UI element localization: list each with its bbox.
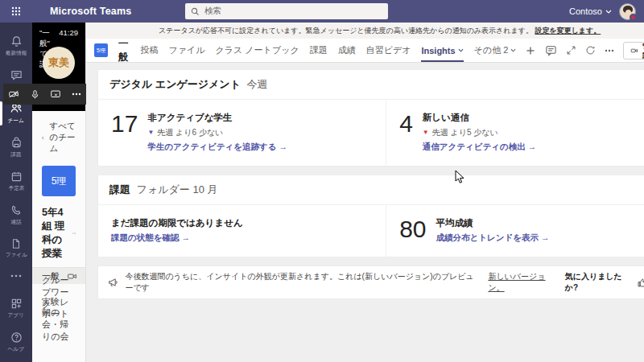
tab-self-study-video[interactable]: 自習ビデオ xyxy=(366,44,411,56)
bell-icon xyxy=(10,35,23,47)
meeting-mini-window[interactable]: "一般" で会議中 41:29 東美 xyxy=(32,23,85,111)
expand-tab-icon[interactable] xyxy=(566,45,576,56)
rail-item-activity[interactable]: 最新情報 xyxy=(0,29,32,63)
rail-item-calendar[interactable]: 予定表 xyxy=(0,164,32,198)
tab-posts[interactable]: 投稿 xyxy=(141,44,159,56)
rail-item-help[interactable]: ヘルプ xyxy=(0,325,32,359)
tab-more-icon[interactable] xyxy=(605,49,614,52)
new-communications-value: 4 xyxy=(399,112,413,153)
search-input[interactable]: 検索 xyxy=(185,3,388,19)
section-subtitle: 今週 xyxy=(247,78,268,90)
banner-text: ステータスが応答不可に設定されています。緊急メッセージと優先度の高い連絡先からの… xyxy=(159,27,533,35)
tab-more[interactable]: その他 2 xyxy=(474,44,517,56)
new-communications-card: 4 新しい通信 ▼ 先週 より5 少ない 通信アクティビティの検出 → xyxy=(386,100,644,166)
tab-class-notebook[interactable]: クラス ノートブック xyxy=(216,44,299,56)
search-icon xyxy=(191,7,200,16)
insights-content: デジタル エンゲージメント 今週 17 非アクティブな学生 ▼ 先週 より6 少… xyxy=(86,63,644,362)
thumbs-up-icon[interactable] xyxy=(637,278,644,288)
app-rail: 最新情報 チャット チーム 課題 予定表 xyxy=(0,23,32,362)
preview-note: 今後数週間のうちに、インサイトの外観が更新されます。これは(新しいバージョン)の… xyxy=(125,271,481,294)
dnd-status-banner: ステータスが応答不可に設定されています。緊急メッセージと優先度の高い連絡先からの… xyxy=(86,23,644,39)
rail-item-apps[interactable]: アプリ xyxy=(0,291,32,325)
rail-item-calls[interactable]: 通話 xyxy=(0,198,32,232)
tab-grades[interactable]: 成績 xyxy=(338,44,356,56)
channel-morning-meeting[interactable]: 朝の会・帰りの会 xyxy=(32,316,85,332)
dnd-presence-dot xyxy=(630,14,637,21)
tenant-switcher[interactable]: Contoso xyxy=(569,6,612,16)
plus-icon xyxy=(526,47,535,55)
channel-title: 一般 xyxy=(118,37,129,64)
channel-conversation-icon[interactable] xyxy=(545,44,557,56)
file-icon xyxy=(10,238,22,249)
tab-insights[interactable]: Insights xyxy=(421,46,463,56)
check-assignment-status-link[interactable]: 課題の状態を確認 → xyxy=(111,232,243,244)
average-grade-card: 80 平均成績 成績分布とトレンドを表示 → xyxy=(386,205,644,257)
digital-engagement-section: デジタル エンゲージメント 今週 17 非アクティブな学生 ▼ 先週 より6 少… xyxy=(97,69,644,167)
track-student-activity-link[interactable]: 学生のアクティビティを追跡する → xyxy=(147,142,287,153)
chevron-down-icon xyxy=(510,48,516,52)
back-to-all-teams[interactable]: すべてのチーム xyxy=(32,111,85,158)
microphone-button[interactable] xyxy=(24,84,45,105)
teams-side-panel: "一般" で会議中 41:29 東美 xyxy=(32,23,86,362)
team-more-icon[interactable] xyxy=(72,232,76,235)
rail-item-assignments[interactable]: 課題 xyxy=(0,130,32,164)
trend-down-icon: ▼ xyxy=(147,130,154,136)
show-grade-distribution-link[interactable]: 成績分布とトレンドを表示 → xyxy=(436,232,550,244)
insights-preview-footer: 今後数週間のうちに、インサイトの外観が更新されます。これは(新しいバージョン)の… xyxy=(97,265,644,299)
app-title: Microsoft Teams xyxy=(50,6,131,17)
trend-down-icon: ▼ xyxy=(423,130,429,136)
call-more-icon[interactable] xyxy=(66,84,87,105)
new-version-link[interactable]: 新しいバージョン。 xyxy=(488,271,558,294)
search-placeholder: 検索 xyxy=(204,6,221,17)
camera-icon xyxy=(630,45,638,56)
refresh-icon[interactable] xyxy=(585,45,596,56)
tab-files[interactable]: ファイル xyxy=(169,44,205,56)
channel-tab-bar: 5理 一般 投稿 ファイル クラス ノートブック 課題 成績 自習ビデオ Ins… xyxy=(86,39,644,63)
user-avatar[interactable] xyxy=(619,3,636,20)
no-due-assignments-card: まだ課題の期限ではありません 課題の状態を確認 → xyxy=(98,205,386,257)
section-subtitle: フォルダー 10 月 xyxy=(137,183,218,195)
apps-icon xyxy=(10,298,23,310)
assignments-section: 課題 フォルダー 10 月 まだ課題の期限ではありません 課題の状態を確認 → … xyxy=(97,175,644,257)
backpack-icon xyxy=(10,137,23,149)
calendar-icon xyxy=(10,171,23,183)
chat-icon xyxy=(10,69,23,81)
top-bar: Microsoft Teams 検索 Contoso xyxy=(0,0,644,23)
detect-communication-activity-link[interactable]: 通信アクティビティの検出 → xyxy=(423,142,536,153)
rail-more-icon[interactable] xyxy=(0,265,32,286)
section-title: 課題 xyxy=(109,183,130,195)
meet-now-split-button: 会議 xyxy=(623,42,644,60)
main-area: ステータスが応答不可に設定されています。緊急メッセージと優先度の高い連絡先からの… xyxy=(86,23,644,362)
waffle-menu-icon[interactable] xyxy=(0,0,32,23)
meeting-participant-avatar: 東美 xyxy=(43,47,75,79)
camera-off-button[interactable] xyxy=(3,84,24,105)
team-name: 5年4組 理科の授業 xyxy=(42,206,72,261)
channel-team-chip[interactable]: 5理 xyxy=(94,43,108,57)
help-icon xyxy=(10,331,23,343)
rail-item-files[interactable]: ファイル xyxy=(0,232,32,265)
phone-icon xyxy=(10,204,23,216)
tab-assignments[interactable]: 課題 xyxy=(310,44,328,56)
add-tab-button[interactable] xyxy=(526,47,535,55)
average-grade-value: 80 xyxy=(399,217,426,244)
team-tile[interactable]: 5理 xyxy=(42,166,76,196)
chevron-down-icon xyxy=(458,48,464,52)
screen-share-button[interactable] xyxy=(45,84,66,105)
chevron-left-icon xyxy=(42,134,44,142)
inactive-students-card: 17 非アクティブな学生 ▼ 先週 より6 少ない 学生のアクティビティを追跡す… xyxy=(98,100,386,166)
inactive-students-value: 17 xyxy=(111,112,138,153)
section-title: デジタル エンゲージメント xyxy=(109,78,241,90)
change-settings-link[interactable]: 設定を変更します。 xyxy=(535,27,601,35)
chevron-down-icon xyxy=(605,10,612,14)
megaphone-icon xyxy=(108,278,118,287)
feedback-question: 気に入りましたか? xyxy=(565,271,631,294)
meet-now-button[interactable]: 会議 xyxy=(624,42,644,60)
